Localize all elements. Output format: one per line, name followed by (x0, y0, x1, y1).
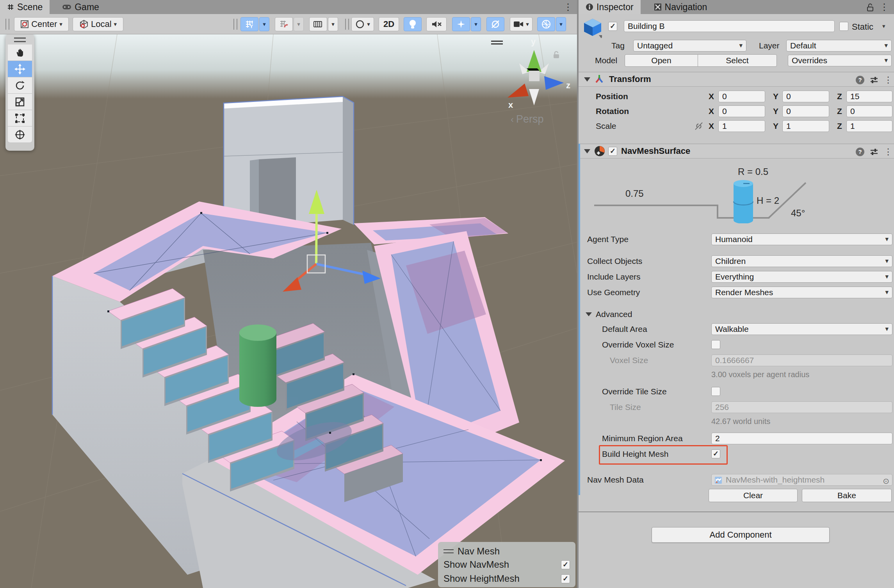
scene-visibility-button[interactable] (486, 17, 504, 31)
navmeshsurface-title: NavMeshSurface (621, 146, 690, 156)
minimum-region-area-field[interactable]: 2 (711, 433, 892, 444)
override-tile-size-checkbox[interactable] (711, 387, 720, 396)
component-enabled-checkbox[interactable] (608, 147, 617, 156)
inspector-tabbar: Inspector Navigation (579, 0, 894, 14)
navmeshsurface-header[interactable]: NavMeshSurface ? (579, 144, 894, 159)
use-geometry-dropdown[interactable]: Render Meshes (711, 287, 892, 298)
gizmos-toggle-button[interactable] (537, 17, 555, 31)
tag-dropdown[interactable]: Untagged (633, 40, 746, 52)
nav-mesh-data-field[interactable]: NavMesh-with_heightmesh (711, 474, 892, 486)
camera-view-button[interactable]: ▾ (510, 17, 532, 31)
move-tool-button[interactable] (8, 61, 32, 77)
draw-mode-button[interactable]: ▾ (351, 17, 374, 31)
nav-mesh-data-label: Nav Mesh Data (587, 475, 644, 485)
toolbar-drag-handle[interactable] (233, 19, 237, 30)
rotate-tool-button[interactable] (8, 77, 32, 94)
scale-y-field[interactable]: 1 (782, 120, 829, 132)
clear-button[interactable]: Clear (709, 489, 798, 502)
help-icon[interactable]: ? (856, 76, 864, 84)
layer-dropdown[interactable]: Default (786, 40, 892, 52)
help-icon[interactable]: ? (856, 148, 864, 156)
scale-z-field[interactable]: 1 (846, 120, 892, 132)
model-label: Model (595, 56, 617, 65)
include-layers-dropdown[interactable]: Everything (711, 271, 892, 283)
add-component-button[interactable]: Add Component (652, 527, 830, 543)
2d-toggle-button[interactable]: 2D (379, 17, 399, 31)
tab-navigation[interactable]: Navigation (647, 0, 714, 14)
show-navmesh-checkbox[interactable] (561, 560, 570, 569)
advanced-foldout[interactable]: Advanced (579, 308, 894, 320)
overrides-dropdown[interactable]: Overrides (788, 55, 892, 66)
scene-toolbar: Center▾ Local▾ Y ▾ ▾ ▾ ▾ 2D ▾ ▾ ▾ (0, 14, 577, 34)
snap-increment-button[interactable] (275, 17, 293, 31)
toolbar-drag-handle[interactable] (345, 19, 349, 30)
gizmo-overlay-handle[interactable] (491, 41, 503, 45)
object-picker-icon[interactable] (883, 476, 889, 486)
grid-snapping-dropdown[interactable]: ▾ (259, 17, 269, 31)
ruler-tool-button[interactable] (309, 17, 327, 31)
inspector-lock-icon[interactable] (867, 3, 874, 12)
pivot-mode-button[interactable]: Center▾ (14, 17, 69, 31)
tools-drag-handle[interactable] (14, 37, 26, 42)
bake-button[interactable]: Bake (802, 489, 892, 502)
audio-mute-button[interactable] (426, 17, 447, 31)
effects-toggle-button[interactable] (452, 17, 470, 31)
model-select-button[interactable]: Select (698, 54, 777, 67)
kebab-icon[interactable] (884, 147, 892, 157)
static-dropdown-arrow[interactable]: ▾ (882, 23, 885, 30)
foldout-icon[interactable] (584, 77, 590, 82)
projection-mode[interactable]: ‹Persp (511, 113, 544, 125)
inspector-menu-kebab-icon[interactable] (878, 1, 890, 13)
tab-inspector[interactable]: Inspector (579, 0, 641, 14)
collect-objects-dropdown[interactable]: Children (711, 255, 892, 267)
position-z-field[interactable]: 15 (846, 91, 892, 102)
info-icon (586, 3, 593, 11)
transform-header[interactable]: Transform ? (579, 72, 894, 87)
scale-x-field[interactable]: 1 (718, 120, 765, 132)
rect-tool-button[interactable] (8, 110, 32, 127)
effects-dropdown[interactable]: ▾ (471, 17, 481, 31)
rotation-x-field[interactable]: 0 (718, 105, 765, 117)
axis-y-label: y (531, 37, 536, 47)
show-heightmesh-row: Show HeightMesh (443, 572, 570, 586)
orientation-gizmo[interactable]: y z x ‹Persp (497, 38, 577, 128)
transform-icon (594, 74, 604, 84)
kebab-icon[interactable] (884, 75, 892, 85)
transform-tool-button[interactable] (8, 127, 32, 143)
foldout-icon[interactable] (584, 149, 590, 153)
scene-viewport[interactable]: y z x ‹Persp Nav Mesh Show NavMesh Show … (0, 34, 577, 588)
position-x-field[interactable]: 0 (718, 91, 765, 102)
presets-icon[interactable] (870, 76, 878, 84)
show-heightmesh-checkbox[interactable] (561, 574, 570, 583)
gizmos-dropdown[interactable]: ▾ (556, 17, 566, 31)
agent-type-dropdown[interactable]: Humanoid (711, 233, 892, 245)
position-y-field[interactable]: 0 (782, 91, 829, 102)
model-open-button[interactable]: Open (625, 54, 698, 67)
inspector-panel: Inspector Navigation Building B Static ▾… (577, 0, 894, 588)
ruler-dropdown[interactable]: ▾ (328, 17, 338, 31)
rotation-z-field[interactable]: 0 (846, 105, 892, 117)
override-voxel-size-checkbox[interactable] (711, 340, 720, 349)
tab-scene[interactable]: Scene (0, 0, 50, 14)
gameobject-name-field[interactable]: Building B (624, 20, 835, 32)
scale-tool-button[interactable] (8, 94, 32, 110)
toolbar-drag-handle[interactable] (5, 19, 9, 30)
grid-snapping-button[interactable]: Y (240, 17, 258, 31)
presets-icon[interactable] (870, 148, 878, 156)
persp-arrow-icon: ‹ (511, 114, 514, 125)
snap-increment-dropdown[interactable]: ▾ (294, 17, 304, 31)
axis-y: Y (773, 92, 778, 101)
scene-menu-kebab-icon[interactable] (562, 1, 574, 13)
include-layers-label: Include Layers (587, 272, 641, 282)
static-checkbox[interactable] (839, 22, 848, 31)
default-area-dropdown[interactable]: Walkable (711, 323, 892, 335)
hand-tool-button[interactable] (8, 45, 32, 61)
link-scale-icon[interactable] (694, 122, 703, 130)
navmesh-overlay-title[interactable]: Nav Mesh (443, 545, 570, 558)
gameobject-enabled-checkbox[interactable] (608, 22, 617, 31)
orientation-button[interactable]: Local▾ (73, 17, 123, 31)
tab-game[interactable]: Game (55, 0, 106, 14)
rotation-y-field[interactable]: 0 (782, 105, 829, 117)
lighting-toggle-button[interactable] (404, 17, 422, 31)
tab-navigation-label: Navigation (665, 2, 707, 12)
